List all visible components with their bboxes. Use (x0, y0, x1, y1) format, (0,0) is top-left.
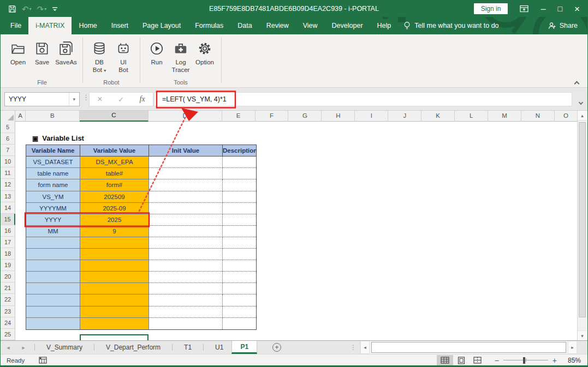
cell-variable-value[interactable]: table# (80, 168, 149, 179)
tab-developer[interactable]: Developer (325, 17, 370, 34)
cell-variable-value[interactable]: DS_MX_EPA (80, 157, 149, 168)
tab-imatrix[interactable]: i-MATRIX (28, 17, 72, 34)
scroll-up-button[interactable]: ▴ (578, 111, 587, 121)
column-header-m[interactable]: M (488, 111, 521, 122)
cell-variable-value[interactable] (80, 294, 149, 306)
zoom-slider[interactable]: − + (495, 356, 557, 365)
vertical-scroll-thumb[interactable] (579, 122, 586, 317)
cell-description[interactable] (223, 318, 256, 329)
row-header[interactable]: 21 (1, 282, 15, 294)
page-layout-view-button[interactable] (453, 355, 470, 366)
name-box-caret-icon[interactable]: ▾ (69, 93, 79, 106)
tell-me-box[interactable]: Tell me what you want to do (398, 17, 504, 34)
tab-view[interactable]: View (296, 17, 325, 34)
tab-formulas[interactable]: Formulas (188, 17, 230, 34)
row-header[interactable]: 14 (1, 202, 15, 214)
insert-function-icon[interactable]: fx (140, 95, 145, 104)
cell-variable-name[interactable]: YYYY (26, 214, 80, 226)
cell-variable-name[interactable] (26, 306, 80, 318)
scroll-left-button[interactable]: ◂ (360, 341, 370, 354)
tab-home[interactable]: Home (72, 17, 104, 34)
cell-variable-value[interactable] (80, 272, 149, 283)
column-header-n[interactable]: N (521, 111, 555, 122)
cell-variable-value[interactable] (80, 306, 149, 318)
cell-description[interactable] (223, 237, 256, 249)
cell-variable-name[interactable]: form name (26, 179, 80, 191)
cell-init-value[interactable] (149, 260, 223, 272)
scroll-down-button[interactable]: ▾ (578, 330, 587, 340)
cell-description[interactable] (223, 283, 256, 294)
zoom-level[interactable]: 85% (563, 357, 581, 364)
cancel-icon[interactable]: × (97, 94, 102, 104)
row-header[interactable]: 5 (1, 122, 15, 133)
column-header-i[interactable]: I (355, 111, 388, 122)
row-header[interactable]: 25 (1, 329, 15, 340)
column-header-h[interactable]: H (322, 111, 355, 122)
cell-init-value[interactable] (149, 249, 223, 260)
column-header-g[interactable]: G (288, 111, 322, 122)
cell-description[interactable] (223, 214, 256, 226)
horizontal-scrollbar[interactable]: ◂ ▸ (360, 341, 577, 354)
sheet-nav-left-icon[interactable]: ◂ (1, 341, 16, 354)
collapse-ribbon-button[interactable] (575, 78, 580, 83)
row-header[interactable]: 11 (1, 167, 15, 179)
cell-init-value[interactable] (149, 157, 223, 168)
tab-scroll-separator[interactable]: ⋮ (347, 341, 360, 354)
expand-formula-bar-button[interactable] (579, 97, 583, 106)
tab-review[interactable]: Review (259, 17, 296, 34)
zoom-in-button[interactable]: + (553, 356, 557, 365)
cell-description[interactable] (223, 260, 256, 272)
column-header-e[interactable]: E (222, 111, 256, 122)
cell-description[interactable] (223, 203, 256, 214)
tab-insert[interactable]: Insert (104, 17, 135, 34)
cell-variable-name[interactable] (26, 237, 80, 249)
cell-description[interactable] (223, 168, 256, 179)
vertical-scrollbar[interactable]: ▴ ▾ (577, 111, 587, 340)
undo-button[interactable]: ↶▾ (22, 5, 32, 13)
redo-button[interactable]: ↷▾ (37, 5, 47, 13)
cell-variable-name[interactable] (26, 283, 80, 294)
cell-variable-name[interactable] (26, 294, 80, 306)
tab-file[interactable]: File (1, 17, 28, 34)
sheet-tab-u1[interactable]: U1 (207, 341, 231, 354)
open-button[interactable]: Open (6, 38, 30, 66)
cell-init-value[interactable] (149, 203, 223, 214)
sheet-tab-v-depart-perform[interactable]: V_Depart_Perform (98, 341, 169, 354)
maximize-button[interactable]: □ (558, 5, 562, 13)
cell-variable-name[interactable] (26, 249, 80, 260)
cell-variable-value[interactable]: 9 (80, 226, 149, 237)
scroll-right-button[interactable]: ▸ (568, 341, 577, 354)
cell-init-value[interactable] (149, 168, 223, 179)
name-box[interactable]: ▾ (4, 92, 80, 106)
share-button[interactable]: Share (548, 17, 587, 34)
column-header-k[interactable]: K (421, 111, 455, 122)
cell-init-value[interactable] (149, 214, 223, 226)
row-header[interactable]: 24 (1, 317, 15, 329)
cell-variable-value[interactable] (80, 260, 149, 272)
formula-input[interactable] (155, 95, 572, 103)
tab-help[interactable]: Help (370, 17, 399, 34)
cell-init-value[interactable] (149, 191, 223, 203)
new-sheet-button[interactable]: + (272, 341, 281, 354)
cell-init-value[interactable] (149, 272, 223, 283)
row-header[interactable]: 19 (1, 260, 15, 271)
column-header-c[interactable]: C (80, 111, 149, 122)
row-header[interactable]: 6 (1, 133, 15, 145)
cell-variable-name[interactable]: MM (26, 226, 80, 237)
db-bot-button[interactable]: DB Bot ▾ (87, 38, 111, 75)
column-header-b[interactable]: B (26, 111, 80, 122)
cell-variable-value[interactable]: 202509 (80, 191, 149, 203)
select-all-corner[interactable] (1, 111, 15, 122)
row-header[interactable]: 12 (1, 179, 15, 190)
column-header-a[interactable]: A (15, 111, 26, 122)
cell-variable-value[interactable] (80, 249, 149, 260)
normal-view-button[interactable] (437, 355, 453, 366)
cell-variable-name[interactable]: VS_DATASET (26, 157, 80, 168)
cell-description[interactable] (223, 191, 256, 203)
cell-variable-value[interactable]: 2025-09 (80, 203, 149, 214)
sheet-nav-right-icon[interactable]: ▸ (16, 341, 31, 354)
cell-init-value[interactable] (149, 306, 223, 318)
page-break-view-button[interactable] (470, 355, 486, 366)
cell-variable-name[interactable]: YYYYMM (26, 203, 80, 214)
log-tracer-button[interactable]: Log Tracer (169, 38, 193, 74)
